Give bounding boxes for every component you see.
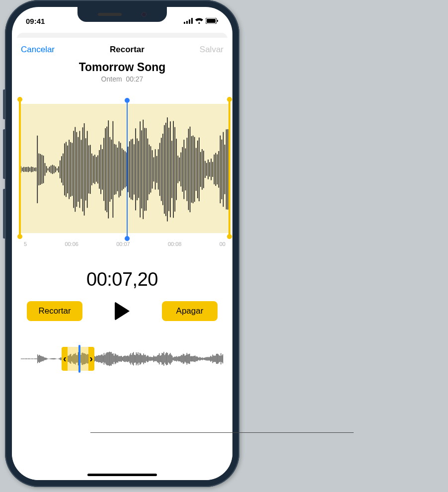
waveform-overview[interactable] xyxy=(21,347,224,371)
status-time: 09:41 xyxy=(26,17,45,25)
current-time: 00:07,20 xyxy=(12,269,232,290)
trim-handle-end[interactable] xyxy=(228,101,230,238)
status-indicators xyxy=(184,18,219,24)
recording-when: Ontem xyxy=(101,75,122,83)
tick-label: 00 xyxy=(220,241,225,247)
svg-rect-5 xyxy=(207,19,216,23)
waveform-zoom-view[interactable]: 5 00:06 00:07 00:08 00 xyxy=(12,104,232,238)
trim-handle-start[interactable] xyxy=(19,101,21,238)
save-button[interactable]: Salvar xyxy=(200,45,224,55)
time-ruler: 5 00:06 00:07 00:08 00 xyxy=(19,241,230,247)
play-button[interactable] xyxy=(115,302,130,321)
playhead[interactable] xyxy=(127,100,128,239)
tick-label: 00:08 xyxy=(168,241,182,247)
screen: 09:41 Cancelar Recortar Salvar Tomorrow … xyxy=(12,7,232,480)
recording-title: Tomorrow Song xyxy=(12,61,232,74)
tick-label: 00:07 xyxy=(116,241,130,247)
cancel-button[interactable]: Cancelar xyxy=(21,45,55,55)
callout-leader-line xyxy=(90,432,354,433)
overview-playhead[interactable] xyxy=(78,345,80,373)
home-indicator[interactable] xyxy=(87,474,157,476)
delete-button[interactable]: Apagar xyxy=(162,301,218,321)
recording-duration: 00:27 xyxy=(126,75,143,83)
tick-label: 5 xyxy=(24,241,27,247)
overview-selection-window[interactable] xyxy=(62,347,94,371)
notch xyxy=(77,7,167,22)
trim-button[interactable]: Recortar xyxy=(27,301,82,321)
tick-label: 00:06 xyxy=(65,241,78,247)
trim-sheet: Cancelar Recortar Salvar Tomorrow Song O… xyxy=(12,38,232,480)
nav-bar: Cancelar Recortar Salvar xyxy=(12,38,232,58)
nav-title: Recortar xyxy=(110,45,145,55)
controls-row: Recortar Apagar xyxy=(12,290,232,321)
battery-icon xyxy=(206,18,219,24)
svg-rect-0 xyxy=(184,22,185,24)
iphone-device-frame: 09:41 Cancelar Recortar Salvar Tomorrow … xyxy=(5,0,239,487)
svg-rect-2 xyxy=(189,19,190,24)
svg-rect-1 xyxy=(186,21,188,24)
wifi-icon xyxy=(195,18,203,24)
overview-waveform-graphic xyxy=(21,350,224,368)
svg-rect-3 xyxy=(191,18,193,24)
recording-meta: Ontem 00:27 xyxy=(12,75,232,83)
waveform-graphic xyxy=(19,104,230,235)
cellular-icon xyxy=(184,18,193,24)
recording-header: Tomorrow Song Ontem 00:27 xyxy=(12,61,232,83)
svg-rect-6 xyxy=(217,20,218,22)
